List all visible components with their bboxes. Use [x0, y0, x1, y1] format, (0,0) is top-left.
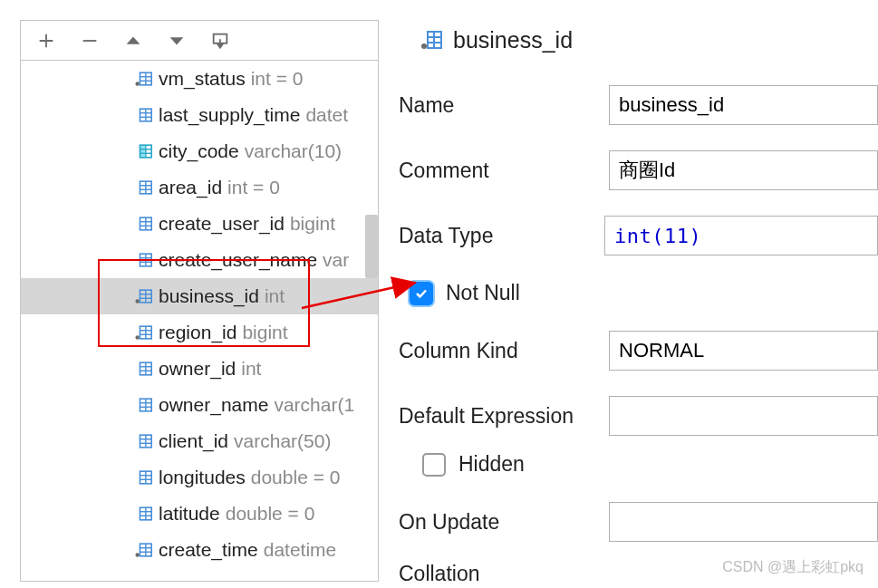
tree-row[interactable]: owner_name varchar(1: [21, 387, 378, 423]
column-type: int: [265, 285, 285, 307]
column-icon: [420, 30, 442, 50]
tree-row[interactable]: last_supply_time datet: [21, 97, 378, 133]
column-icon: [135, 252, 153, 268]
svg-point-63: [421, 43, 427, 49]
column-type: datetime: [264, 539, 337, 561]
column-type: int = 0: [251, 68, 304, 90]
columns-panel: vm_status int = 0last_supply_time datetc…: [20, 20, 379, 582]
tree-row[interactable]: area_id int = 0: [21, 169, 378, 206]
plus-icon: [36, 31, 56, 51]
onupdate-row: On Update: [395, 502, 878, 542]
comment-input[interactable]: [609, 150, 878, 190]
notnull-row[interactable]: Not Null: [395, 281, 878, 305]
columns-toolbar: [21, 21, 378, 61]
columnkind-label: Column Kind: [395, 339, 609, 363]
column-type: varchar(50): [234, 430, 331, 452]
column-name: area_id: [159, 177, 222, 198]
column-type: varchar(1: [274, 394, 354, 416]
watermark: CSDN @遇上彩虹pkq: [722, 558, 864, 577]
check-icon: [414, 286, 429, 301]
column-type: int: [241, 358, 261, 380]
tree-row[interactable]: longitudes double = 0: [21, 459, 378, 496]
column-name: create_user_id: [159, 213, 285, 235]
minus-icon: [80, 31, 100, 51]
import-button[interactable]: [202, 23, 238, 59]
column-name: vm_status: [159, 68, 246, 90]
tree-row[interactable]: owner_id int: [21, 351, 378, 387]
tree-row[interactable]: client_id varchar(50): [21, 423, 378, 459]
svg-point-2: [135, 82, 140, 86]
hidden-checkbox[interactable]: [422, 453, 446, 477]
comment-label: Comment: [395, 159, 609, 183]
svg-point-33: [135, 335, 140, 340]
onupdate-label: On Update: [395, 510, 609, 535]
hidden-row[interactable]: Hidden: [395, 452, 878, 477]
columnkind-row: Column Kind: [395, 331, 878, 371]
column-name: region_id: [159, 322, 236, 343]
tree-row[interactable]: create_time datetime: [21, 532, 378, 568]
column-type: varchar(10): [245, 140, 342, 162]
datatype-input[interactable]: [604, 216, 878, 255]
tree-row[interactable]: business_id int: [21, 278, 378, 314]
notnull-label: Not Null: [446, 281, 520, 305]
name-input[interactable]: [609, 85, 878, 125]
notnull-checkbox[interactable]: [410, 282, 433, 305]
tree-row[interactable]: latitude double = 0: [21, 496, 378, 532]
name-row: Name: [395, 85, 878, 125]
column-name: create_user_name: [159, 249, 317, 271]
column-icon: [135, 179, 153, 196]
column-name: client_id: [159, 430, 228, 452]
column-type: int = 0: [227, 177, 280, 198]
tree-row[interactable]: city_code varchar(10): [21, 133, 378, 169]
default-row: Default Expression: [395, 396, 878, 436]
column-icon: [135, 324, 153, 341]
tree-row[interactable]: create_user_name var: [21, 242, 378, 278]
column-icon: [135, 216, 153, 232]
column-icon: [135, 506, 153, 522]
onupdate-input[interactable]: [609, 502, 878, 542]
tree-row[interactable]: create_user_id bigint: [21, 206, 378, 242]
column-icon: [135, 542, 153, 558]
column-name: create_time: [159, 539, 258, 561]
column-type: double = 0: [251, 467, 341, 488]
svg-rect-0: [83, 40, 97, 42]
column-type: bigint: [290, 213, 335, 235]
column-name: owner_id: [159, 358, 236, 380]
properties-title: business_id: [453, 27, 573, 53]
column-name: longitudes: [159, 467, 246, 488]
tree-row[interactable]: region_id bigint: [21, 314, 378, 351]
column-icon: [135, 361, 153, 377]
default-input[interactable]: [609, 396, 878, 436]
hidden-label: Hidden: [458, 452, 525, 477]
column-icon: [135, 433, 153, 449]
chevron-down-icon: [167, 31, 187, 51]
name-label: Name: [395, 93, 609, 118]
columnkind-input[interactable]: [609, 331, 878, 371]
add-button[interactable]: [28, 23, 64, 59]
remove-button[interactable]: [72, 23, 108, 59]
column-type: datet: [305, 104, 348, 126]
properties-header: business_id: [395, 20, 878, 60]
column-name: city_code: [159, 140, 239, 162]
import-icon: [210, 31, 230, 51]
column-icon: [135, 288, 153, 304]
collation-label: Collation: [395, 562, 611, 586]
svg-point-58: [135, 553, 140, 557]
move-up-button[interactable]: [115, 23, 151, 59]
column-name: latitude: [159, 503, 220, 525]
column-icon: [135, 143, 153, 159]
column-type: var: [323, 249, 349, 271]
datatype-label: Data Type: [395, 224, 604, 248]
column-name: last_supply_time: [159, 104, 300, 126]
comment-row: Comment: [395, 150, 878, 190]
chevron-up-icon: [123, 31, 143, 51]
move-down-button[interactable]: [159, 23, 195, 59]
column-name: owner_name: [159, 394, 268, 416]
default-label: Default Expression: [395, 404, 609, 429]
tree-row[interactable]: vm_status int = 0: [21, 61, 378, 97]
columns-tree[interactable]: vm_status int = 0last_supply_time datetc…: [21, 61, 378, 583]
svg-point-28: [135, 299, 140, 304]
column-type: double = 0: [226, 503, 315, 525]
column-icon: [135, 107, 153, 123]
tree-scrollbar-thumb[interactable]: [365, 215, 378, 278]
